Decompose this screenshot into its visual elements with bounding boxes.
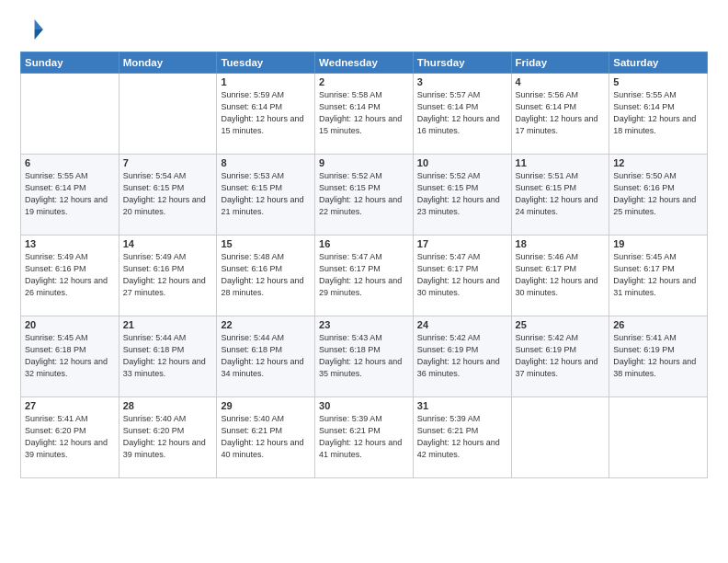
day-info: Sunrise: 5:41 AM Sunset: 6:20 PM Dayligh…: [25, 413, 115, 461]
calendar-cell: 30Sunrise: 5:39 AM Sunset: 6:21 PM Dayli…: [315, 397, 414, 478]
day-info: Sunrise: 5:48 AM Sunset: 6:16 PM Dayligh…: [221, 251, 311, 299]
calendar-cell: 15Sunrise: 5:48 AM Sunset: 6:16 PM Dayli…: [217, 236, 315, 316]
calendar-cell: 21Sunrise: 5:44 AM Sunset: 6:18 PM Dayli…: [119, 316, 217, 397]
page: SundayMondayTuesdayWednesdayThursdayFrid…: [0, 0, 728, 563]
svg-marker-0: [35, 19, 43, 29]
day-number: 26: [613, 319, 703, 330]
day-info: Sunrise: 5:45 AM Sunset: 6:18 PM Dayligh…: [25, 332, 115, 380]
day-info: Sunrise: 5:53 AM Sunset: 6:15 PM Dayligh…: [221, 170, 311, 218]
day-info: Sunrise: 5:50 AM Sunset: 6:16 PM Dayligh…: [613, 170, 703, 218]
day-number: 2: [319, 76, 409, 87]
day-number: 7: [123, 157, 213, 168]
calendar-cell: 28Sunrise: 5:40 AM Sunset: 6:20 PM Dayli…: [119, 397, 217, 478]
calendar-cell: 11Sunrise: 5:51 AM Sunset: 6:15 PM Dayli…: [511, 155, 609, 236]
day-number: 14: [123, 238, 213, 249]
weekday-header-sunday: Sunday: [21, 52, 119, 74]
calendar-cell: 22Sunrise: 5:44 AM Sunset: 6:18 PM Dayli…: [217, 316, 315, 397]
calendar-cell: 25Sunrise: 5:42 AM Sunset: 6:19 PM Dayli…: [511, 316, 609, 397]
calendar-cell: 26Sunrise: 5:41 AM Sunset: 6:19 PM Dayli…: [609, 316, 708, 397]
calendar-cell: 5Sunrise: 5:55 AM Sunset: 6:14 PM Daylig…: [609, 74, 708, 155]
calendar-cell: 29Sunrise: 5:40 AM Sunset: 6:21 PM Dayli…: [217, 397, 315, 478]
calendar-week-1: 1Sunrise: 5:59 AM Sunset: 6:14 PM Daylig…: [21, 74, 708, 155]
day-info: Sunrise: 5:39 AM Sunset: 6:21 PM Dayligh…: [319, 413, 409, 461]
day-info: Sunrise: 5:44 AM Sunset: 6:18 PM Dayligh…: [221, 332, 311, 380]
day-info: Sunrise: 5:47 AM Sunset: 6:17 PM Dayligh…: [319, 251, 409, 299]
calendar-cell: [511, 397, 609, 478]
day-info: Sunrise: 5:52 AM Sunset: 6:15 PM Dayligh…: [417, 170, 507, 218]
calendar-cell: [119, 74, 217, 155]
day-number: 21: [123, 319, 213, 330]
day-number: 4: [516, 76, 606, 87]
day-number: 5: [613, 76, 703, 87]
day-number: 28: [123, 400, 213, 411]
calendar-cell: 24Sunrise: 5:42 AM Sunset: 6:19 PM Dayli…: [413, 316, 511, 397]
day-info: Sunrise: 5:55 AM Sunset: 6:14 PM Dayligh…: [25, 170, 115, 218]
day-info: Sunrise: 5:51 AM Sunset: 6:15 PM Dayligh…: [516, 170, 606, 218]
day-number: 27: [25, 400, 115, 411]
calendar-cell: 16Sunrise: 5:47 AM Sunset: 6:17 PM Dayli…: [315, 236, 414, 316]
day-number: 29: [221, 400, 311, 411]
day-info: Sunrise: 5:43 AM Sunset: 6:18 PM Dayligh…: [319, 332, 409, 380]
day-info: Sunrise: 5:40 AM Sunset: 6:21 PM Dayligh…: [221, 413, 311, 461]
day-info: Sunrise: 5:39 AM Sunset: 6:21 PM Dayligh…: [417, 413, 507, 461]
day-info: Sunrise: 5:40 AM Sunset: 6:20 PM Dayligh…: [123, 413, 213, 461]
calendar-week-2: 6Sunrise: 5:55 AM Sunset: 6:14 PM Daylig…: [21, 155, 708, 236]
day-info: Sunrise: 5:52 AM Sunset: 6:15 PM Dayligh…: [319, 170, 409, 218]
svg-marker-1: [35, 29, 43, 40]
day-number: 8: [221, 157, 311, 168]
day-number: 10: [417, 157, 507, 168]
day-number: 13: [25, 238, 115, 249]
calendar-cell: [21, 74, 119, 155]
day-number: 31: [417, 400, 507, 411]
day-info: Sunrise: 5:44 AM Sunset: 6:18 PM Dayligh…: [123, 332, 213, 380]
calendar-cell: 4Sunrise: 5:56 AM Sunset: 6:14 PM Daylig…: [511, 74, 609, 155]
calendar-cell: [609, 397, 708, 478]
calendar-cell: 8Sunrise: 5:53 AM Sunset: 6:15 PM Daylig…: [217, 155, 315, 236]
calendar-table: SundayMondayTuesdayWednesdayThursdayFrid…: [20, 52, 708, 478]
calendar-cell: 23Sunrise: 5:43 AM Sunset: 6:18 PM Dayli…: [315, 316, 414, 397]
calendar-cell: 6Sunrise: 5:55 AM Sunset: 6:14 PM Daylig…: [21, 155, 119, 236]
day-number: 17: [417, 238, 507, 249]
day-info: Sunrise: 5:54 AM Sunset: 6:15 PM Dayligh…: [123, 170, 213, 218]
day-info: Sunrise: 5:42 AM Sunset: 6:19 PM Dayligh…: [516, 332, 606, 380]
day-number: 23: [319, 319, 409, 330]
calendar-cell: 18Sunrise: 5:46 AM Sunset: 6:17 PM Dayli…: [511, 236, 609, 316]
weekday-header-tuesday: Tuesday: [217, 52, 315, 74]
calendar-cell: 1Sunrise: 5:59 AM Sunset: 6:14 PM Daylig…: [217, 74, 315, 155]
day-info: Sunrise: 5:58 AM Sunset: 6:14 PM Dayligh…: [319, 89, 409, 137]
weekday-header-wednesday: Wednesday: [315, 52, 414, 74]
header: [20, 17, 708, 42]
logo: [20, 17, 50, 42]
calendar-cell: 14Sunrise: 5:49 AM Sunset: 6:16 PM Dayli…: [119, 236, 217, 316]
calendar-cell: 2Sunrise: 5:58 AM Sunset: 6:14 PM Daylig…: [315, 74, 414, 155]
day-info: Sunrise: 5:47 AM Sunset: 6:17 PM Dayligh…: [417, 251, 507, 299]
day-number: 22: [221, 319, 311, 330]
day-number: 30: [319, 400, 409, 411]
day-info: Sunrise: 5:45 AM Sunset: 6:17 PM Dayligh…: [613, 251, 703, 299]
calendar-cell: 9Sunrise: 5:52 AM Sunset: 6:15 PM Daylig…: [315, 155, 414, 236]
day-number: 25: [516, 319, 606, 330]
day-number: 12: [613, 157, 703, 168]
day-number: 19: [613, 238, 703, 249]
day-info: Sunrise: 5:57 AM Sunset: 6:14 PM Dayligh…: [417, 89, 507, 137]
day-info: Sunrise: 5:55 AM Sunset: 6:14 PM Dayligh…: [613, 89, 703, 137]
weekday-header-friday: Friday: [511, 52, 609, 74]
day-info: Sunrise: 5:41 AM Sunset: 6:19 PM Dayligh…: [613, 332, 703, 380]
calendar-cell: 27Sunrise: 5:41 AM Sunset: 6:20 PM Dayli…: [21, 397, 119, 478]
day-number: 6: [25, 157, 115, 168]
day-info: Sunrise: 5:46 AM Sunset: 6:17 PM Dayligh…: [516, 251, 606, 299]
day-number: 16: [319, 238, 409, 249]
day-number: 20: [25, 319, 115, 330]
calendar-cell: 10Sunrise: 5:52 AM Sunset: 6:15 PM Dayli…: [413, 155, 511, 236]
day-number: 1: [221, 76, 311, 87]
day-info: Sunrise: 5:59 AM Sunset: 6:14 PM Dayligh…: [221, 89, 311, 137]
calendar-cell: 17Sunrise: 5:47 AM Sunset: 6:17 PM Dayli…: [413, 236, 511, 316]
calendar-week-5: 27Sunrise: 5:41 AM Sunset: 6:20 PM Dayli…: [21, 397, 708, 478]
day-info: Sunrise: 5:42 AM Sunset: 6:19 PM Dayligh…: [417, 332, 507, 380]
calendar-cell: 19Sunrise: 5:45 AM Sunset: 6:17 PM Dayli…: [609, 236, 708, 316]
calendar-week-3: 13Sunrise: 5:49 AM Sunset: 6:16 PM Dayli…: [21, 236, 708, 316]
weekday-header-monday: Monday: [119, 52, 217, 74]
calendar-cell: 31Sunrise: 5:39 AM Sunset: 6:21 PM Dayli…: [413, 397, 511, 478]
calendar-cell: 13Sunrise: 5:49 AM Sunset: 6:16 PM Dayli…: [21, 236, 119, 316]
day-info: Sunrise: 5:56 AM Sunset: 6:14 PM Dayligh…: [516, 89, 606, 137]
